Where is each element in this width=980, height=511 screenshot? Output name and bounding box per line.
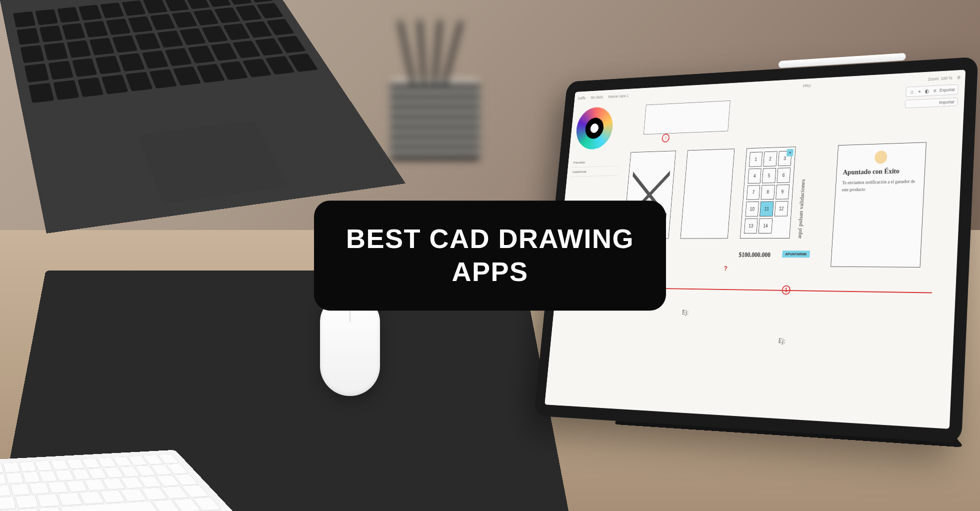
gear-icon: ⚙ bbox=[957, 75, 961, 80]
ej-label: Ej: bbox=[778, 338, 786, 346]
pro-badge: PRO bbox=[802, 84, 811, 88]
price-label: $100.000.000 bbox=[738, 252, 771, 259]
close-icon: × bbox=[786, 149, 794, 156]
keypad-key-selected: 11 bbox=[760, 202, 774, 216]
title-text: BEST CAD DRAWING APPS bbox=[346, 222, 634, 288]
keypad-key: 12 bbox=[774, 201, 788, 216]
color-picker-wheel bbox=[574, 106, 614, 150]
red-marker-arrow: ↑ bbox=[662, 134, 670, 142]
import-label: Importar bbox=[939, 100, 954, 105]
keypad-key: 10 bbox=[745, 202, 759, 216]
keypad-key: 5 bbox=[762, 168, 776, 183]
face-emoji-icon bbox=[874, 150, 888, 164]
contrast-icon: ◐ bbox=[924, 88, 930, 94]
stylus-pencil bbox=[778, 53, 906, 68]
menu-icon: ≡ bbox=[932, 87, 938, 94]
keypad-key: 4 bbox=[748, 168, 762, 184]
doc-name: Sin título bbox=[590, 95, 604, 100]
app-toolbar: keffle Sin título Nueva capa 1 PRO Zoom:… bbox=[578, 73, 961, 102]
keypad-key: 13 bbox=[744, 218, 758, 234]
right-toolbar: ⌂ + ◐ ≡ Exportar Importar bbox=[905, 84, 958, 108]
title-overlay-badge: BEST CAD DRAWING APPS bbox=[314, 200, 666, 310]
wireframe-note-card: Apuntado con Éxito Te enviamos notificac… bbox=[830, 142, 926, 268]
laptop bbox=[0, 0, 406, 234]
ej-label: Ej: bbox=[682, 309, 689, 316]
workspace-photo: keffle Sin título Nueva capa 1 PRO Zoom:… bbox=[0, 0, 980, 511]
top-widget-panel bbox=[644, 100, 730, 134]
wireframe-frame-2 bbox=[680, 148, 734, 238]
grid-row: Cuadrícula bbox=[570, 166, 618, 176]
home-icon: ⌂ bbox=[908, 88, 915, 96]
note-title: Apuntado con Éxito bbox=[842, 166, 918, 176]
keypad-key: 8 bbox=[761, 184, 775, 200]
keypad-key: 9 bbox=[776, 184, 790, 200]
layer-name: Nueva capa 1 bbox=[608, 94, 628, 99]
keypad-key: 2 bbox=[764, 152, 778, 166]
purchase-button: APUNTARME bbox=[782, 250, 810, 258]
keypad-key: 1 bbox=[749, 152, 763, 166]
zoom-level: Zoom: 100 % bbox=[928, 76, 952, 82]
keypad-key: 7 bbox=[746, 185, 760, 200]
export-label: Exportar bbox=[940, 87, 956, 92]
red-marker-question: ? bbox=[721, 264, 730, 272]
wireless-mouse bbox=[320, 296, 380, 396]
keypad-key: 14 bbox=[758, 218, 772, 234]
wireframe-keypad: × 1 2 3 4 5 6 7 8 9 10 11 12 13 bbox=[740, 146, 796, 238]
pen-holder bbox=[390, 30, 480, 160]
red-marker-one: 1 bbox=[782, 285, 790, 294]
app-name: keffle bbox=[578, 96, 586, 100]
plus-icon: + bbox=[916, 88, 922, 95]
handwriting-annotation: aquí pulsan validaciones bbox=[796, 146, 809, 238]
note-body: Te enviamos notificación a el ganador de… bbox=[842, 178, 918, 193]
keypad-key: 6 bbox=[776, 168, 790, 183]
